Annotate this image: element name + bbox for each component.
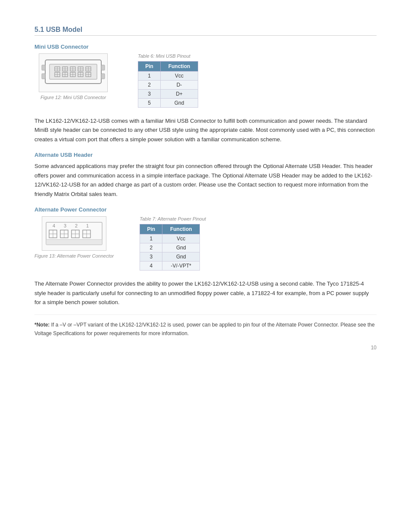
- note-text: If a –V or –VPT variant of the LK162-12/…: [34, 322, 375, 336]
- note-label: *Note:: [34, 322, 50, 328]
- table-row: 4 -V/-VPT*: [140, 261, 200, 271]
- alt-power-col-pin: Pin: [140, 224, 162, 234]
- svg-text:2: 2: [75, 223, 78, 228]
- alt-power-figure-block: 4 3 2 1: [34, 216, 377, 271]
- table-row: 3 D+: [138, 90, 198, 99]
- svg-rect-32: [42, 65, 45, 70]
- mini-usb-figure-left: Figure 12: Mini USB Connector: [34, 53, 112, 100]
- section-title: 5.1 USB Model: [34, 26, 377, 36]
- svg-rect-35: [101, 74, 105, 79]
- note-block: *Note: If a –V or –VPT variant of the LK…: [34, 314, 377, 337]
- mini-usb-figure-block: Figure 12: Mini USB Connector Table 6: M…: [34, 53, 377, 108]
- table-row: 1 Vcc: [140, 234, 200, 243]
- alt-power-figure-caption: Figure 13: Alternate Power Connector: [34, 253, 114, 258]
- table-row: 5 Gnd: [138, 99, 198, 108]
- table-row: 3 Gnd: [140, 252, 200, 261]
- mini-usb-subsection-title: Mini USB Connector: [34, 44, 377, 50]
- svg-text:4: 4: [53, 223, 55, 228]
- alt-power-table-right: Table 7: Alternate Power Pinout Pin Func…: [140, 216, 206, 271]
- svg-rect-34: [101, 65, 105, 70]
- mini-usb-body-text: The LK162-12/VK162-12-USB comes with a f…: [34, 116, 377, 144]
- alt-power-table-caption: Table 7: Alternate Power Pinout: [140, 216, 206, 221]
- svg-rect-53: [46, 240, 102, 245]
- mini-usb-figure-caption: Figure 12: Mini USB Connector: [40, 95, 106, 100]
- alt-power-connector-image: 4 3 2 1: [42, 216, 106, 251]
- mini-usb-pinout-table: Pin Function 1 Vcc 2 D- 3 D+: [138, 61, 198, 108]
- alt-power-col-function: Function: [162, 224, 200, 234]
- mini-usb-connector-image: [39, 53, 108, 92]
- alt-power-body-text: The Alternate Power Connector provides t…: [34, 279, 377, 307]
- table-row: 2 D-: [138, 81, 198, 90]
- svg-rect-33: [42, 74, 45, 79]
- alt-usb-subsection-title: Alternate USB Header: [34, 152, 377, 158]
- svg-text:3: 3: [64, 223, 66, 228]
- svg-rect-1: [50, 64, 97, 79]
- mini-usb-table-caption: Table 6: Mini USB Pinout: [138, 53, 190, 59]
- mini-usb-col-function: Function: [161, 62, 198, 72]
- table-row: 2 Gnd: [140, 243, 200, 252]
- svg-text:1: 1: [86, 223, 89, 228]
- page-number: 10: [371, 345, 377, 351]
- mini-usb-table-right: Table 6: Mini USB Pinout Pin Function 1 …: [138, 53, 198, 108]
- table-row: 1 Vcc: [138, 72, 198, 81]
- alt-usb-body-text: Some advanced applications may prefer th…: [34, 162, 377, 199]
- alt-power-subsection-title: Alternate Power Connector: [34, 206, 377, 213]
- page-container: 5.1 USB Model Mini USB Connector: [0, 0, 411, 364]
- alt-power-pinout-table: Pin Function 1 Vcc 2 Gnd 3 Gnd: [140, 224, 200, 271]
- alt-power-figure-left: 4 3 2 1: [34, 216, 114, 258]
- mini-usb-col-pin: Pin: [138, 62, 161, 72]
